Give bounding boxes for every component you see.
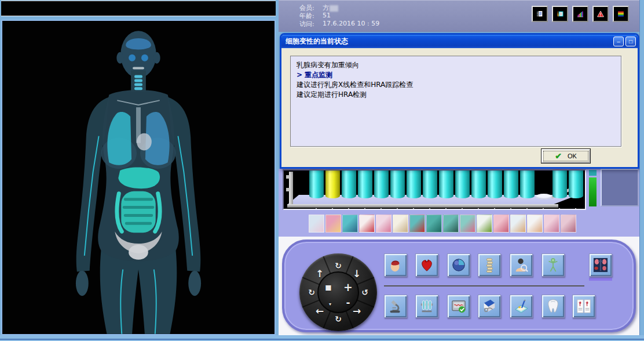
ok-button[interactable]: ✔ OK <box>541 149 590 163</box>
chart-bar-cyan <box>520 170 535 196</box>
x-axis-tick <box>332 208 333 210</box>
monitor-check-button[interactable] <box>447 295 470 318</box>
blood-cells-thumb[interactable] <box>359 215 375 233</box>
vessels-report-button[interactable] <box>572 295 595 318</box>
maximize-button[interactable]: □ <box>625 37 636 46</box>
reset-button[interactable]: ▾ <box>329 302 331 307</box>
chart-bar-cyan <box>407 170 421 196</box>
rotate-top-button[interactable]: ↻ <box>335 261 342 270</box>
control-zone: ↻↑↓↻↺←→↻■+▾- <box>279 237 639 335</box>
chart-bar-cyan <box>309 170 324 196</box>
intestines-thumb[interactable] <box>426 215 442 233</box>
progress-gauge <box>589 170 597 206</box>
move-down-button[interactable]: ↓ <box>353 268 361 280</box>
visit-field: 访问: 17.6.2016 10 : 59 <box>299 20 314 28</box>
body-exam-button[interactable] <box>510 253 533 277</box>
rotate-right-button[interactable]: ↺ <box>361 288 368 297</box>
anatomy-view-button[interactable] <box>589 253 612 277</box>
y-axis-tick <box>286 175 290 179</box>
advisory-line-1: 乳腺病变有加重倾向 <box>297 60 615 70</box>
chart-bar-base <box>455 193 470 198</box>
x-axis-tick <box>429 208 430 210</box>
spine-thumb[interactable] <box>393 215 408 233</box>
x-axis-tick <box>510 208 511 210</box>
stop-button[interactable]: ■ <box>325 284 331 292</box>
zoom-out-button[interactable]: - <box>346 297 350 309</box>
advisory-text-panel: 乳腺病变有加重倾向 > 重点监测 建议进行乳房X线检查和HRA跟踪检查 建议定期… <box>290 56 621 147</box>
lab-tubes-button[interactable] <box>415 295 438 318</box>
rotation-dpad[interactable]: ↻↑↓↻↺←→↻■+▾- <box>299 253 377 331</box>
zoom-in-button[interactable]: + <box>343 281 353 293</box>
sphere-view-button[interactable] <box>447 253 470 277</box>
chart-bar-cyan <box>439 170 453 196</box>
exam-person-thumb[interactable] <box>510 215 526 233</box>
chart-bar-cyan <box>358 170 372 196</box>
member-field: 会员: 方 <box>299 3 314 12</box>
tissue-thumb[interactable] <box>325 215 341 233</box>
tooth-button[interactable] <box>541 295 565 318</box>
cell-thumb[interactable] <box>460 215 475 233</box>
organ-thumbnail-strip <box>279 212 639 237</box>
lymph-thumb[interactable] <box>443 215 459 233</box>
y-axis-tick <box>286 188 290 191</box>
move-up-button[interactable]: ↑ <box>316 268 324 280</box>
member-info-header: 会员: 方 年龄: 51 访问: 17.6.2016 10 : 59 <box>279 0 644 32</box>
cells-thumb[interactable] <box>342 215 358 233</box>
body-3d-render <box>2 21 275 334</box>
dialog-body: 乳腺病变有加重倾向 > 重点监测 建议进行乳房X线检查和HRA跟踪检查 建议定期… <box>281 48 638 167</box>
kidneys-thumb[interactable] <box>376 215 391 233</box>
x-axis-tick <box>397 208 398 210</box>
chart-bar-cyan <box>504 170 518 196</box>
torso-thumb[interactable] <box>527 215 543 233</box>
rotate-left-button[interactable]: ↻ <box>308 288 315 297</box>
rainbow-scale-toolbar-button[interactable] <box>613 6 629 22</box>
brain-head-button[interactable] <box>384 253 407 277</box>
rotate-bottom-button[interactable]: ↻ <box>335 314 342 324</box>
warning-triangle-toolbar-button[interactable] <box>592 6 609 22</box>
chart-bar-base <box>407 193 421 198</box>
microscope-button[interactable] <box>384 295 407 318</box>
circulatory-thumb[interactable] <box>493 215 509 233</box>
skeleton-button[interactable] <box>541 253 565 277</box>
lungs-thumb[interactable] <box>309 215 324 233</box>
heart-thumb[interactable] <box>409 215 425 233</box>
button-rows-divider <box>384 285 584 286</box>
spine-button[interactable] <box>478 253 501 277</box>
chart-bar-base <box>439 193 453 198</box>
member-name: 方 <box>323 4 329 12</box>
pen-notebook-toolbar-button[interactable] <box>552 6 568 22</box>
report-doc-toolbar-button[interactable] <box>532 6 548 22</box>
body-3d-viewport[interactable] <box>1 20 276 335</box>
chart-bar-base <box>423 193 437 198</box>
chart-bar-base <box>520 193 535 198</box>
dialog-title: 细胞变性的当前状态 <box>286 37 348 45</box>
chart-bar-cyan <box>488 170 502 196</box>
dialog-title-bar[interactable]: 细胞变性的当前状态 – □ <box>281 35 638 48</box>
move-right-button[interactable]: → <box>353 305 361 317</box>
heart-button[interactable] <box>415 253 438 277</box>
cough-person-thumb[interactable] <box>477 215 492 233</box>
hra-application-window: 会员: 方 年龄: 51 访问: 17.6.2016 10 : 59 <box>0 0 644 341</box>
x-axis-tick <box>543 208 544 210</box>
medical-book-button[interactable] <box>478 295 501 318</box>
x-axis-tick <box>494 208 495 210</box>
redacted-name <box>330 5 338 12</box>
chart-bar-yellow <box>325 170 340 196</box>
advisory-line-4: 建议定期进行HRA检测 <box>297 90 615 100</box>
bar-chart-toolbar-button[interactable] <box>572 6 588 22</box>
x-axis-tick <box>445 208 447 210</box>
x-axis-tick <box>478 208 479 210</box>
x-axis-tick <box>380 208 382 210</box>
anatomy-thumb[interactable] <box>561 215 576 233</box>
visit-label: 访问: <box>299 20 314 28</box>
larynx-thumb[interactable] <box>544 215 559 233</box>
advisory-line-3: 建议进行乳房X线检查和HRA跟踪检查 <box>297 80 615 90</box>
age-value: 51 <box>323 12 331 19</box>
prescription-pad-button[interactable] <box>510 295 533 318</box>
minimize-button[interactable]: – <box>613 37 624 46</box>
check-icon: ✔ <box>555 151 562 161</box>
ok-label: OK <box>568 153 577 159</box>
move-left-button[interactable]: ← <box>316 305 324 317</box>
member-label: 会员: <box>299 4 314 12</box>
chart-bar-flat <box>536 194 552 199</box>
